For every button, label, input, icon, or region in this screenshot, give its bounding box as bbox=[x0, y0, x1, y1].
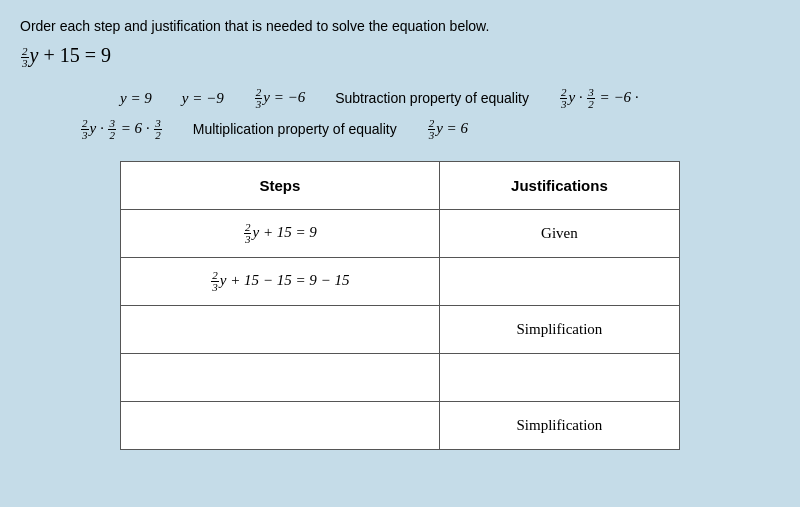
justification-5: Simplification bbox=[439, 401, 679, 449]
instruction-text: Order each step and justification that i… bbox=[20, 18, 780, 34]
frac-2-3b: 2 3 bbox=[560, 87, 568, 110]
option-y-eq-9[interactable]: y = 9 bbox=[120, 90, 152, 107]
option-subtraction-property[interactable]: Subtraction property of equality bbox=[335, 90, 529, 106]
frac-row1: 2 3 bbox=[244, 222, 252, 245]
step-4[interactable] bbox=[121, 353, 440, 401]
table-row: 2 3 y + 15 − 15 = 9 − 15 bbox=[121, 257, 680, 305]
frac-2-3: 2 3 bbox=[255, 87, 263, 110]
justification-4[interactable] bbox=[439, 353, 679, 401]
fraction-2-3y-given: 2 3 bbox=[21, 46, 29, 69]
table-row bbox=[121, 353, 680, 401]
col-steps-header: Steps bbox=[121, 161, 440, 209]
frac-3-2c: 3 2 bbox=[154, 118, 162, 141]
table-row: Simplification bbox=[121, 401, 680, 449]
option-y-eq-neg9[interactable]: y = −9 bbox=[182, 90, 224, 107]
table-row: Simplification bbox=[121, 305, 680, 353]
option-23y-times-32-neg6[interactable]: 2 3 y · 3 2 = −6 · bbox=[559, 87, 639, 110]
option-23y-eq-6[interactable]: 2 3 y = 6 bbox=[427, 118, 468, 141]
step-2[interactable]: 2 3 y + 15 − 15 = 9 − 15 bbox=[121, 257, 440, 305]
option-multiplication-property[interactable]: Multiplication property of equality bbox=[193, 121, 397, 137]
page-container: Order each step and justification that i… bbox=[0, 0, 800, 507]
option-23y-times-32-6[interactable]: 2 3 y · 3 2 = 6 · 3 2 bbox=[80, 118, 163, 141]
options-row-1: y = 9 y = −9 2 3 y = −6 Subtraction prop… bbox=[20, 87, 780, 110]
step-1[interactable]: 2 3 y + 15 = 9 bbox=[121, 209, 440, 257]
table-row: 2 3 y + 15 = 9 Given bbox=[121, 209, 680, 257]
justification-3: Simplification bbox=[439, 305, 679, 353]
given-equation: 2 3 y + 15 = 9 bbox=[20, 44, 780, 69]
frac-3-2b: 3 2 bbox=[108, 118, 116, 141]
frac-row2: 2 3 bbox=[211, 270, 219, 293]
step-5[interactable] bbox=[121, 401, 440, 449]
steps-table: Steps Justifications 2 3 y + 15 = 9 bbox=[120, 161, 680, 450]
table-wrapper: Steps Justifications 2 3 y + 15 = 9 bbox=[20, 161, 780, 450]
justification-1: Given bbox=[439, 209, 679, 257]
col-justifications-header: Justifications bbox=[439, 161, 679, 209]
step-3[interactable] bbox=[121, 305, 440, 353]
justification-2[interactable] bbox=[439, 257, 679, 305]
frac-2-3c: 2 3 bbox=[81, 118, 89, 141]
frac-2-3d: 2 3 bbox=[428, 118, 436, 141]
option-23y-eq-neg6[interactable]: 2 3 y = −6 bbox=[254, 87, 305, 110]
frac-3-2a: 3 2 bbox=[587, 87, 595, 110]
options-row-2: 2 3 y · 3 2 = 6 · 3 2 Multiplication pro… bbox=[20, 118, 780, 141]
